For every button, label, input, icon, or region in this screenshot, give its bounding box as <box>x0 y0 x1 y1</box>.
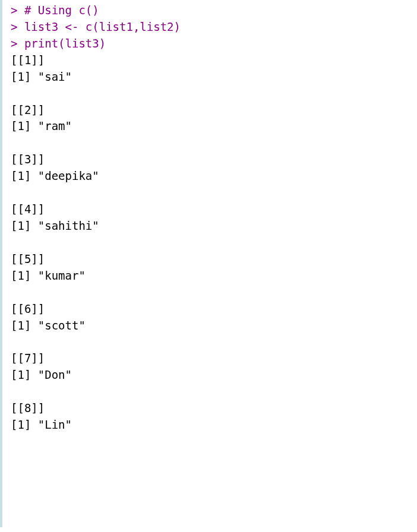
output-vec: [1] <box>11 169 31 182</box>
output-vec: [1] <box>11 219 31 232</box>
output-value: "deepika" <box>38 169 99 182</box>
code-line-print: print(list3) <box>24 37 106 50</box>
output-value: "scott" <box>38 319 86 332</box>
code-line-assign: list3 <- c(list1,list2) <box>24 20 181 33</box>
output-vec: [1] <box>11 119 31 132</box>
r-console[interactable]: > # Using c() > list3 <- c(list1,list2) … <box>0 0 417 527</box>
output-index: [[7]] <box>11 352 45 365</box>
output-vec: [1] <box>11 269 31 282</box>
output-value: "Lin" <box>38 418 72 431</box>
output-index: [[4]] <box>11 202 45 216</box>
output-value: "sahithi" <box>38 219 99 232</box>
output-value: "ram" <box>38 119 72 132</box>
prompt: > <box>11 20 17 33</box>
comment-line: # Using c() <box>24 4 99 17</box>
output-vec: [1] <box>11 319 31 332</box>
output-index: [[5]] <box>11 252 45 265</box>
output-vec: [1] <box>11 418 31 431</box>
output-vec: [1] <box>11 70 31 83</box>
output-vec: [1] <box>11 368 31 381</box>
output-index: [[2]] <box>11 103 45 116</box>
output-index: [[6]] <box>11 302 45 315</box>
output-value: "Don" <box>38 368 72 381</box>
output-index: [[3]] <box>11 153 45 166</box>
output-index: [[1]] <box>11 53 45 66</box>
prompt: > <box>11 37 17 50</box>
output-value: "kumar" <box>38 269 86 282</box>
output-index: [[8]] <box>11 401 45 414</box>
output-value: "sai" <box>38 70 72 83</box>
prompt: > <box>11 4 17 17</box>
